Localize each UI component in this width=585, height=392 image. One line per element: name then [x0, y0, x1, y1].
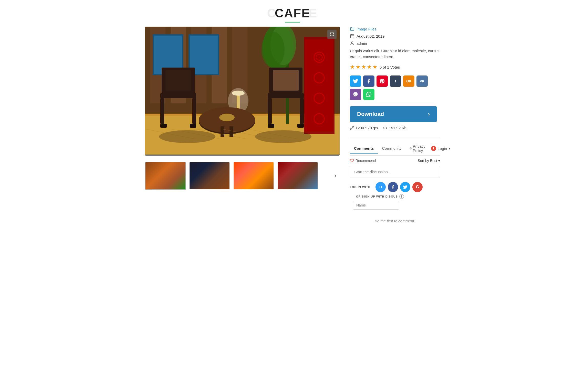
svg-rect-39 — [297, 124, 304, 128]
sort-chevron: ▾ — [438, 159, 440, 163]
svg-rect-32 — [190, 124, 196, 128]
comments-section: Comments Community Privacy Policy 1 Logi… — [350, 137, 440, 226]
signup-label: OR SIGN UP WITH DISQUS — [356, 195, 398, 198]
svg-rect-34 — [165, 70, 191, 91]
svg-rect-44 — [221, 126, 224, 137]
svg-rect-31 — [160, 124, 167, 128]
star-4[interactable]: ★ — [367, 64, 372, 70]
date-text: August 02, 2019 — [357, 34, 384, 38]
name-input[interactable] — [353, 201, 399, 210]
download-arrow: › — [428, 111, 430, 117]
star-3[interactable]: ★ — [361, 64, 366, 70]
star-rating[interactable]: ★ ★ ★ ★ ★ — [350, 64, 378, 70]
svg-rect-63 — [410, 148, 411, 149]
comments-toolbar: Recommend Sort by Best ▾ — [350, 156, 440, 166]
svg-rect-35 — [268, 93, 304, 98]
svg-point-58 — [351, 42, 353, 43]
thumbnail-1[interactable] — [145, 162, 186, 190]
social-share-row: t ОК VK — [350, 75, 440, 100]
file-size: 191.92 Kb — [383, 126, 406, 130]
sort-button[interactable]: Sort by Best ▾ — [418, 159, 440, 163]
rating-row: ★ ★ ★ ★ ★ 5 of 1 Votes — [350, 64, 440, 70]
star-1[interactable]: ★ — [350, 64, 355, 70]
svg-point-52 — [159, 130, 215, 143]
svg-rect-54 — [350, 35, 354, 38]
thumbnail-2[interactable] — [189, 162, 230, 190]
tab-privacy-label: Privacy Policy — [413, 144, 427, 153]
signup-section: OR SIGN UP WITH DISQUS ? — [356, 194, 404, 199]
main-image-wrapper — [145, 27, 340, 156]
thumbnail-3[interactable] — [233, 162, 274, 190]
left-panel: → — [145, 27, 340, 190]
tab-community[interactable]: Community — [378, 144, 406, 154]
file-metadata: 1200 * 797px 191.92 Kb — [350, 126, 440, 130]
share-tumblr-button[interactable]: t — [390, 75, 401, 87]
dimensions-icon — [350, 126, 354, 130]
tab-privacy[interactable]: Privacy Policy — [405, 141, 431, 155]
star-2[interactable]: ★ — [356, 64, 361, 70]
svg-point-53 — [255, 130, 311, 143]
svg-rect-30 — [192, 98, 196, 124]
first-comment-text: Be the first to comment. — [350, 214, 440, 226]
right-panel: Image Files August 02, 2019 — [350, 27, 440, 226]
login-disqus-button[interactable]: D — [375, 182, 386, 192]
author-text: admin — [357, 41, 367, 46]
filesize-icon — [383, 126, 387, 130]
share-pinterest-button[interactable] — [377, 75, 388, 87]
sort-label: Sort by Best — [418, 159, 437, 163]
share-facebook-button[interactable] — [363, 75, 374, 87]
calendar-icon — [350, 34, 354, 38]
author-row: admin — [350, 41, 440, 46]
login-facebook-button[interactable] — [388, 182, 398, 192]
login-google-button[interactable]: G — [412, 182, 423, 192]
tab-login[interactable]: 1 Login ▾ — [431, 146, 451, 151]
file-dimensions: 1200 * 797px — [350, 126, 378, 130]
help-icon[interactable]: ? — [399, 194, 404, 199]
svg-line-60 — [350, 128, 352, 129]
recommend-button[interactable]: Recommend — [350, 159, 376, 163]
login-icons: D G — [375, 182, 423, 192]
category-row: Image Files — [350, 27, 440, 31]
recommend-label: Recommend — [356, 159, 376, 163]
login-with-label: LOG IN WITH — [350, 186, 370, 189]
login-twitter-button[interactable] — [400, 182, 410, 192]
share-viber-button[interactable] — [350, 89, 361, 100]
main-image — [145, 27, 340, 155]
share-ok-button[interactable]: ОК — [403, 75, 414, 87]
svg-line-59 — [352, 126, 353, 128]
heart-icon — [350, 159, 354, 163]
svg-rect-45 — [229, 126, 233, 137]
svg-rect-41 — [273, 70, 299, 91]
login-notification-badge: 1 — [431, 146, 436, 151]
star-5[interactable]: ★ — [372, 64, 378, 70]
dimensions-text: 1200 * 797px — [356, 126, 378, 130]
tab-comments[interactable]: Comments — [350, 144, 378, 154]
description: Ut quis varius elit. Curabitur id diam m… — [350, 48, 440, 60]
svg-rect-28 — [160, 93, 196, 98]
site-logo: C CAFE E — [275, 6, 310, 20]
folder-icon — [350, 27, 354, 31]
rating-text: 5 of 1 Votes — [380, 65, 400, 69]
thumbnail-4[interactable] — [277, 162, 318, 190]
share-twitter-button[interactable] — [350, 75, 361, 87]
main-container: → Image Files August 02, 20 — [139, 27, 446, 236]
comments-tabs: Comments Community Privacy Policy 1 Logi… — [350, 141, 440, 156]
svg-rect-36 — [268, 98, 272, 124]
next-thumbnail-arrow[interactable]: → — [328, 172, 340, 180]
date-row: August 02, 2019 — [350, 34, 440, 38]
svg-rect-29 — [160, 98, 164, 124]
discussion-input[interactable] — [350, 166, 440, 178]
share-vk-button[interactable]: VK — [416, 75, 428, 87]
user-icon — [350, 41, 354, 46]
login-chevron: ▾ — [448, 146, 451, 151]
site-header: C CAFE E — [0, 0, 585, 27]
download-label: Download — [357, 111, 384, 117]
expand-button[interactable] — [327, 30, 337, 39]
category-link[interactable]: Image Files — [357, 27, 377, 31]
download-button[interactable]: Download › — [350, 106, 437, 122]
logo-text: CAFE — [275, 6, 310, 20]
lock-icon — [410, 147, 412, 150]
share-whatsapp-button[interactable] — [363, 89, 374, 100]
filesize-text: 191.92 Kb — [389, 126, 406, 130]
login-label: Login — [438, 146, 447, 151]
